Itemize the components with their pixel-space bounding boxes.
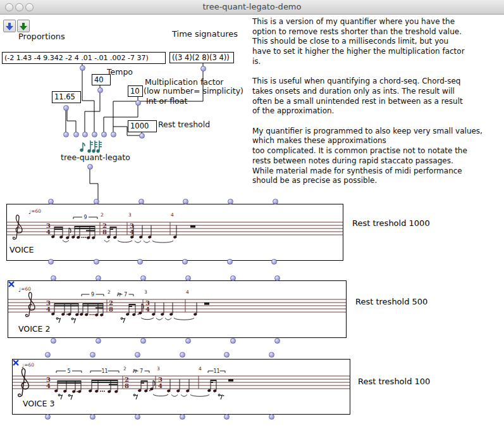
svg-text:2: 2 [101,212,104,218]
treshold-label-1: Rest treshold 1000 [352,218,430,228]
svg-text:2: 2 [108,289,111,295]
connection-dot[interactable] [90,352,95,358]
scaler-input[interactable]: 11.65 [52,91,81,103]
connection-dot[interactable] [95,338,101,344]
time-signatures-input[interactable]: ((3 4)(2 8)(3 4)) [169,52,234,63]
connection-dot[interactable] [271,259,277,265]
svg-text:4: 4 [46,306,51,313]
svg-text:3: 3 [144,289,147,295]
connection-dot[interactable] [80,65,85,71]
connection-dot[interactable] [139,133,145,139]
svg-text:4: 4 [145,306,150,313]
connection-dot[interactable] [140,275,146,281]
score-editor-voice-2[interactable]: 34922873344 ♩=60 VOICE 2 [8,280,347,338]
patch-window: tree-quant-legato-demo Proportions Time … [0,0,504,426]
connection-dot[interactable] [228,199,233,204]
connection-dot[interactable] [82,132,88,137]
score-notation-voice-3: 345112287334411 [13,360,350,414]
node-label: tree-quant-legato [61,153,130,162]
connection-dot[interactable] [51,275,56,281]
svg-text:5: 5 [67,368,70,374]
connection-dot[interactable] [140,338,146,344]
treshold-label-2: Rest treshold 500 [355,297,427,306]
connection-dot[interactable] [269,352,274,358]
score-notation-voice-2: 34922873344 [8,281,346,337]
rest-treshold-label: Rest treshold [158,120,210,129]
description-text: This is a version of my quantifier where… [252,17,503,186]
connection-dot[interactable] [180,414,185,420]
connection-dot[interactable] [137,259,143,265]
connection-dot[interactable] [135,352,140,358]
connection-dot[interactable] [101,132,107,137]
multiplication-factor-label: Multiplication factor [145,77,224,87]
connection-dot[interactable] [45,352,51,358]
voice-name: VOICE 2 [18,324,50,334]
connection-dot[interactable] [94,259,99,265]
svg-text:4: 4 [171,212,174,218]
int-or-float-label: Int or float [146,96,187,106]
connection-dot[interactable] [273,199,278,204]
svg-text:3: 3 [128,212,132,218]
tempo-label: Tempo [107,67,133,77]
connection-dot[interactable] [45,414,51,420]
connection-dot[interactable] [182,259,188,265]
connection-dot[interactable] [227,259,233,265]
connection-dot[interactable] [63,105,69,111]
svg-text:8: 8 [102,229,107,235]
svg-text:8: 8 [125,382,129,389]
tempo-mark: ♩=60 [28,208,41,215]
close-icon[interactable] [13,360,19,366]
connection-dot[interactable] [180,352,185,358]
green-arrow-button[interactable] [17,20,30,32]
connection-dot[interactable] [90,414,95,420]
connection-dot[interactable] [274,338,280,344]
blue-arrow-button[interactable] [3,20,16,32]
svg-text:7: 7 [124,292,127,298]
svg-text:4: 4 [46,382,51,389]
connection-dot[interactable] [51,338,56,344]
tempo-mark: ♩=60 [18,286,31,293]
close-icon[interactable] [8,281,15,287]
connection-dot[interactable] [48,259,54,265]
connection-dot[interactable] [48,199,54,204]
connection-dot[interactable] [185,275,191,281]
connection-dot[interactable] [97,87,103,93]
connection-dot[interactable] [269,414,274,420]
connection-dot[interactable] [63,132,69,137]
connection-dot[interactable] [92,132,97,137]
connection-dot[interactable] [135,414,140,420]
multiplication-input[interactable]: 10 [128,85,143,97]
svg-text:9: 9 [83,215,87,220]
connection-dot[interactable] [183,199,188,204]
connection-dot[interactable] [73,132,79,137]
connection-dot[interactable] [94,199,99,204]
svg-text:11: 11 [101,368,108,374]
svg-text:4: 4 [199,366,202,372]
proportions-input[interactable]: (-2 1.43 -4 9.342 -2 4 .01 -.01 .002 -7 … [2,52,166,64]
connection-dot[interactable] [230,275,236,281]
proportions-label: Proportions [18,32,65,41]
connection-dot[interactable] [224,352,230,358]
connection-dot[interactable] [135,100,141,106]
rest-treshold-input[interactable]: 1000 [128,120,157,132]
voice-name: VOICE [9,245,34,254]
svg-text:4: 4 [158,382,163,389]
voice-name: VOICE 3 [23,399,54,408]
svg-text:4: 4 [46,229,51,235]
tempo-input[interactable]: 40 [92,74,111,85]
connection-dot[interactable] [230,338,236,344]
title-bar[interactable]: tree-quant-legato-demo [0,0,504,15]
svg-text:2: 2 [123,366,126,372]
connection-dot[interactable] [95,275,101,281]
connection-dot[interactable] [87,164,93,170]
connection-dot[interactable] [224,414,230,420]
svg-text:9: 9 [91,292,94,298]
connection-dot[interactable] [274,275,280,281]
connection-dot[interactable] [185,338,191,344]
connection-dot[interactable] [138,199,144,204]
connection-dot[interactable] [111,132,116,137]
multiplication-hint-label: (low number= simplicity) [144,86,243,96]
connection-dot[interactable] [200,66,206,72]
score-editor-voice-3[interactable]: 345112287334411 ♩=60 VOICE 3 [12,359,350,415]
score-editor-voice-1[interactable]: 3492283344 ♩=60 VOICE [6,204,343,261]
